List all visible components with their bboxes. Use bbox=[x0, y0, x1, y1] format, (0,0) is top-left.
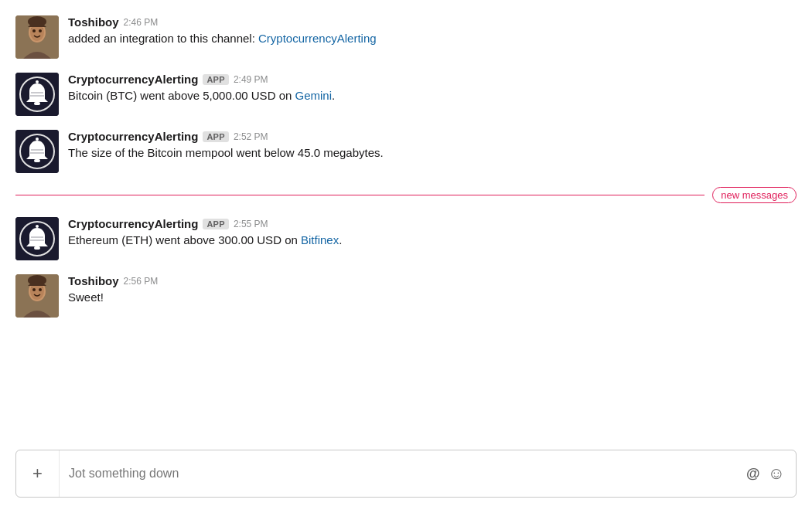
message-text: Bitcoin (BTC) went above 5,000.00 USD on… bbox=[68, 87, 797, 105]
timestamp: 2:55 PM bbox=[234, 219, 268, 229]
message-link[interactable]: Gemini bbox=[295, 89, 332, 102]
message-row: Toshiboy 2:46 PM added an integration to… bbox=[15, 15, 797, 59]
message-text: The size of the Bitcoin mempool went bel… bbox=[68, 144, 797, 162]
message-row: CryptocurrencyAlerting APP 2:52 PM The s… bbox=[15, 130, 797, 173]
bot-avatar bbox=[15, 217, 59, 260]
svg-point-3 bbox=[32, 29, 36, 32]
username: Toshiboy bbox=[68, 274, 119, 287]
message-row: CryptocurrencyAlerting APP 2:49 PM Bitco… bbox=[15, 73, 797, 116]
message-text-after: . bbox=[339, 233, 342, 246]
message-row: Toshiboy 2:56 PM Sweet! bbox=[15, 274, 797, 318]
input-area: + @ ☺ bbox=[0, 442, 812, 513]
message-link[interactable]: CryptocurrencyAlerting bbox=[258, 32, 377, 45]
message-text: added an integration to this channel: Cr… bbox=[68, 30, 797, 48]
svg-rect-10 bbox=[34, 102, 40, 105]
message-text-before: added an integration to this channel: bbox=[68, 32, 258, 45]
new-messages-badge: new messages bbox=[712, 187, 797, 203]
message-header: CryptocurrencyAlerting APP 2:52 PM bbox=[68, 130, 797, 143]
messages-container: Toshiboy 2:46 PM added an integration to… bbox=[0, 0, 812, 442]
svg-rect-16 bbox=[34, 159, 40, 162]
bot-avatar bbox=[15, 73, 59, 116]
divider-line bbox=[15, 195, 705, 195]
timestamp: 2:56 PM bbox=[124, 276, 159, 287]
message-header: CryptocurrencyAlerting APP 2:55 PM bbox=[68, 217, 797, 230]
message-input[interactable] bbox=[60, 450, 746, 497]
timestamp: 2:49 PM bbox=[234, 74, 268, 85]
app-badge: APP bbox=[203, 131, 229, 142]
timestamp: 2:52 PM bbox=[234, 131, 268, 142]
svg-point-11 bbox=[36, 80, 39, 83]
message-content: Toshiboy 2:56 PM Sweet! bbox=[68, 274, 797, 307]
app-badge: APP bbox=[203, 74, 229, 85]
mention-icon[interactable]: @ bbox=[746, 466, 760, 482]
input-box: + @ ☺ bbox=[15, 450, 797, 498]
message-text: Sweet! bbox=[68, 289, 797, 307]
message-row: CryptocurrencyAlerting APP 2:55 PM Ether… bbox=[15, 217, 797, 260]
username: Toshiboy bbox=[68, 15, 119, 29]
username: CryptocurrencyAlerting bbox=[68, 73, 198, 86]
bot-avatar bbox=[15, 130, 59, 173]
svg-point-29 bbox=[32, 288, 36, 291]
message-text-after: . bbox=[332, 89, 335, 102]
message-content: CryptocurrencyAlerting APP 2:55 PM Ether… bbox=[68, 217, 797, 250]
message-content: CryptocurrencyAlerting APP 2:52 PM The s… bbox=[68, 130, 797, 162]
emoji-icon[interactable]: ☺ bbox=[768, 464, 785, 484]
message-header: CryptocurrencyAlerting APP 2:49 PM bbox=[68, 73, 797, 86]
app-badge: APP bbox=[203, 219, 229, 229]
username: CryptocurrencyAlerting bbox=[68, 130, 198, 143]
message-header: Toshiboy 2:46 PM bbox=[68, 15, 797, 29]
timestamp: 2:46 PM bbox=[124, 17, 159, 28]
input-icons: @ ☺ bbox=[746, 464, 796, 484]
add-button[interactable]: + bbox=[16, 450, 60, 497]
message-text-before: Bitcoin (BTC) went above 5,000.00 USD on bbox=[68, 89, 295, 102]
message-link[interactable]: Bitfinex bbox=[301, 233, 339, 246]
message-content: Toshiboy 2:46 PM added an integration to… bbox=[68, 15, 797, 48]
username: CryptocurrencyAlerting bbox=[68, 217, 198, 230]
svg-point-17 bbox=[36, 138, 39, 141]
avatar bbox=[15, 274, 59, 318]
message-text: Ethereum (ETH) went above 300.00 USD on … bbox=[68, 232, 797, 250]
new-messages-divider: new messages bbox=[15, 187, 797, 203]
message-text-before: Ethereum (ETH) went above 300.00 USD on bbox=[68, 233, 301, 246]
message-header: Toshiboy 2:56 PM bbox=[68, 274, 797, 287]
plus-icon: + bbox=[32, 464, 43, 484]
avatar bbox=[15, 15, 59, 59]
svg-point-4 bbox=[39, 29, 42, 32]
svg-point-30 bbox=[39, 288, 42, 291]
svg-point-23 bbox=[36, 225, 39, 228]
svg-rect-22 bbox=[34, 246, 40, 250]
message-content: CryptocurrencyAlerting APP 2:49 PM Bitco… bbox=[68, 73, 797, 105]
